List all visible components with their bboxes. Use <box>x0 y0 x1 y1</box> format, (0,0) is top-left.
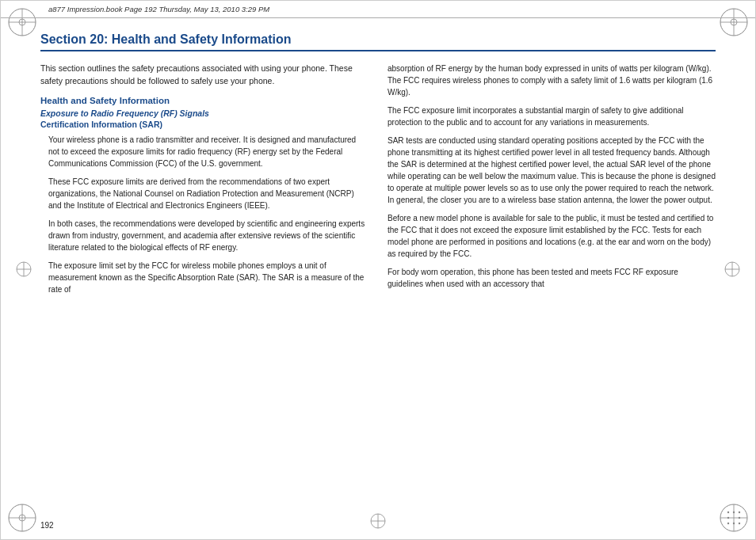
section-title: Section 20: Health and Safety Informatio… <box>40 32 716 51</box>
right-para-5: For body worn operation, this phone has … <box>388 266 716 290</box>
left-para-4: The exposure limit set by the FCC for wi… <box>40 260 368 295</box>
two-column-layout: This section outlines the safety precaut… <box>40 63 716 302</box>
health-safety-subheading: Health and Safety Information <box>40 96 368 105</box>
header-bar: a877 Impression.book Page 192 Thursday, … <box>1 1 755 18</box>
right-para-1: absorption of RF energy by the human bod… <box>388 63 716 98</box>
intro-text: This section outlines the safety precaut… <box>40 63 368 88</box>
right-column: absorption of RF energy by the human bod… <box>388 63 716 302</box>
left-column: This section outlines the safety precaut… <box>40 63 368 302</box>
content-area: Section 20: Health and Safety Informatio… <box>1 18 755 539</box>
left-para-1: Your wireless phone is a radio transmitt… <box>40 134 368 169</box>
page: a877 Impression.book Page 192 Thursday, … <box>0 0 756 540</box>
header-text: a877 Impression.book Page 192 Thursday, … <box>48 5 269 13</box>
certification-subheading: Certification Information (SAR) <box>40 120 368 129</box>
left-para-2: These FCC exposure limits are derived fr… <box>40 176 368 211</box>
left-para-3: In both cases, the recommendations were … <box>40 218 368 253</box>
right-para-3: SAR tests are conducted using standard o… <box>388 135 716 206</box>
page-number: 192 <box>40 521 54 530</box>
exposure-rf-subheading: Exposure to Radio Frequency (RF) Signals <box>40 108 368 118</box>
right-para-2: The FCC exposure limit incorporates a su… <box>388 105 716 128</box>
right-para-4: Before a new model phone is available fo… <box>388 212 716 260</box>
